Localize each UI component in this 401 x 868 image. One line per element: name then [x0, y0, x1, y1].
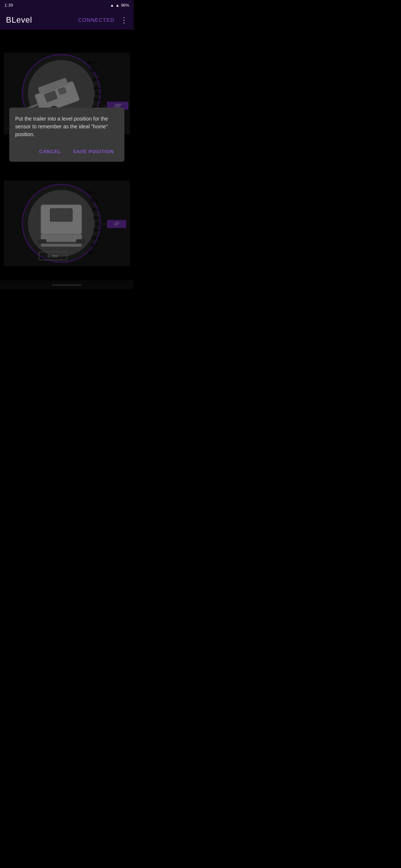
- dialog-buttons: CANCEL SAVE POSITION: [15, 146, 118, 157]
- save-position-dialog: Put the trailer into a level position fo…: [9, 108, 124, 162]
- app-bar-actions: CONNECTED ⋮: [78, 16, 128, 24]
- more-menu-icon[interactable]: ⋮: [120, 16, 128, 24]
- cancel-button[interactable]: CANCEL: [35, 146, 65, 157]
- status-bar: 1:39 ▲ ▲ 96%: [0, 0, 134, 10]
- dialog-overlay: Put the trailer into a level position fo…: [0, 30, 134, 289]
- save-position-button[interactable]: SAVE POSITION: [68, 146, 118, 157]
- status-icons: ▲ ▲ 96%: [110, 3, 129, 7]
- wifi-icon: ▲: [110, 3, 114, 7]
- connection-status: CONNECTED: [78, 17, 114, 23]
- signal-icon: ▲: [115, 3, 120, 7]
- status-time: 1:39: [4, 3, 13, 7]
- battery-percentage: 96%: [121, 3, 129, 7]
- app-bar: BLevel CONNECTED ⋮: [0, 10, 134, 30]
- main-content: 40 30 20 10 0 10 20: [0, 30, 134, 289]
- app-title: BLevel: [6, 15, 32, 25]
- dialog-message: Put the trailer into a level position fo…: [15, 115, 118, 138]
